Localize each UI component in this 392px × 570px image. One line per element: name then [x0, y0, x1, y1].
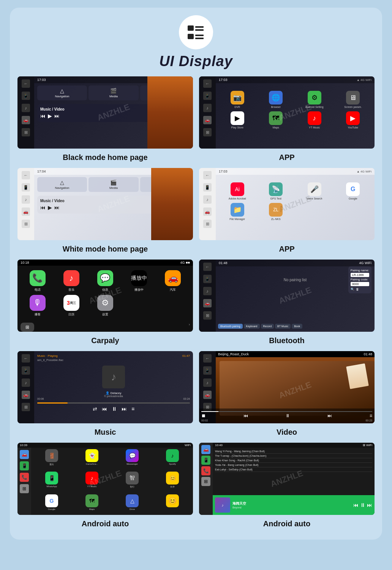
play-btn[interactable]: ▶: [48, 113, 52, 119]
track-item-1[interactable]: Wang Yi Feng - Wang Jiaming (Chan Bull): [215, 449, 372, 454]
app2-filemanager[interactable]: 📁 File Manager: [220, 203, 255, 220]
bt-tab-keyboard[interactable]: Keyboard: [244, 324, 260, 329]
vid-stop-icon[interactable]: ⏹: [201, 413, 206, 418]
wh-nav-navigation[interactable]: △ Navigation: [37, 177, 87, 192]
wh-next-btn[interactable]: ⏭: [54, 204, 60, 211]
prev-btn[interactable]: ⏮: [40, 113, 46, 119]
aa2-prev-btn[interactable]: ⏮: [353, 502, 359, 508]
cp-phone[interactable]: 📞 电话: [22, 270, 53, 292]
a2-back-icon[interactable]: ←: [203, 171, 212, 179]
aa1-app-fuxing[interactable]: 😊 伙伴: [153, 472, 191, 492]
vid-play-icon[interactable]: ⏸: [285, 413, 290, 418]
app-android-setting[interactable]: ⚙ Android Setting: [297, 91, 332, 108]
app-ytmusic[interactable]: ♪ YT Music: [297, 111, 332, 129]
aa2-side-icon1[interactable]: 🚗: [201, 445, 210, 454]
ms-shuffle-icon[interactable]: ⇄: [93, 406, 97, 412]
aa2-next-btn[interactable]: ⏭: [367, 502, 372, 508]
aa1-app-drive[interactable]: △ Drive: [113, 494, 151, 513]
nav-card-navigation[interactable]: △ Navigation: [37, 86, 87, 100]
app-maps[interactable]: 🗺 Maps: [258, 111, 294, 129]
ms-car-icon[interactable]: 🚗: [22, 391, 30, 399]
cp-car[interactable]: 🚗 汽车: [158, 270, 188, 292]
track-item-3[interactable]: Khao Khan Song - Rachit (Chan Bull): [215, 458, 372, 463]
app2-gpstest[interactable]: 📡 GPS Test: [258, 182, 294, 200]
music-icon[interactable]: ♪: [203, 104, 212, 112]
aa1-side-icon4[interactable]: ⊞: [20, 484, 29, 493]
app-screen-param[interactable]: 🖥 Screen param.: [335, 91, 371, 108]
a2-phone-icon[interactable]: 📱: [203, 183, 212, 192]
ms-next-icon[interactable]: ⏭: [122, 406, 127, 412]
cp-calendar[interactable]: 3 周三 日历: [56, 295, 87, 317]
aa2-side-icon4[interactable]: ⊞: [201, 477, 210, 486]
app-browser[interactable]: 🌐 Browser: [258, 91, 294, 108]
aa2-side-icon3[interactable]: 📞: [201, 466, 210, 475]
sidebar-apps-icon[interactable]: ⊞: [22, 128, 30, 136]
wb-back-icon[interactable]: ←: [22, 171, 30, 179]
wb-music-icon[interactable]: ♪: [22, 195, 30, 204]
aa1-app-gamesnap[interactable]: 👻 GameSna...: [73, 449, 111, 469]
wh-prev-btn[interactable]: ⏮: [40, 204, 46, 211]
wb-apps-icon[interactable]: ⊞: [22, 220, 30, 228]
app2-zlinks[interactable]: ZL ZL-NKS: [258, 203, 294, 220]
video-progress[interactable]: [201, 411, 372, 412]
bt-search-icon[interactable]: 🔍: [351, 288, 354, 291]
vid-prev-icon[interactable]: ⏮: [243, 413, 248, 418]
ms-back-icon[interactable]: ←: [22, 354, 30, 363]
app-playstore[interactable]: ▶ Play Store: [220, 111, 255, 129]
aa2-side-icon2[interactable]: 📱: [201, 456, 210, 465]
aa1-side-icon1[interactable]: 🚗: [20, 450, 29, 459]
cp-messages[interactable]: 💬 信息: [90, 270, 120, 292]
aa1-side-icon2[interactable]: 📱: [20, 461, 29, 470]
sidebar-car-icon[interactable]: 🚗: [22, 116, 30, 124]
next-btn[interactable]: ⏭: [54, 113, 60, 119]
vid-next-icon[interactable]: ⏭: [327, 413, 332, 418]
wh-play-btn[interactable]: ▶: [48, 204, 52, 211]
aa1-app-exit[interactable]: 🚪 退出: [33, 449, 71, 469]
app2-adobe[interactable]: Ai Adobe Acrobat: [220, 182, 255, 200]
app2-google[interactable]: G Google: [335, 182, 371, 200]
wb-phone-icon[interactable]: 📱: [22, 183, 30, 192]
bt-back-icon[interactable]: ←: [203, 263, 212, 271]
aa1-app-whatsapp[interactable]: 📱 WhatsApp: [33, 472, 71, 492]
a2-car-icon[interactable]: 🚗: [203, 207, 212, 216]
cp-grid-btn[interactable]: ⊞: [21, 323, 34, 332]
bt-tab-pairing[interactable]: Bluetooth pairing: [218, 324, 243, 329]
sidebar-phone-icon[interactable]: 📱: [22, 92, 30, 100]
vid-music-icon[interactable]: ♪: [203, 378, 212, 387]
aa1-app-ytmusic[interactable]: ♪ YT Music: [73, 472, 111, 492]
cp-podcast[interactable]: 🎙 播客: [22, 295, 53, 317]
aa1-app-zhid[interactable]: 智 智行: [113, 472, 151, 492]
phone-icon[interactable]: 📱: [203, 92, 212, 100]
ms-play-icon[interactable]: ⏸: [112, 406, 117, 412]
bt-music-icon[interactable]: ♪: [203, 287, 212, 295]
aa1-app-emoji[interactable]: 😊: [153, 494, 191, 513]
wh-media[interactable]: 🎬 Media: [89, 177, 138, 192]
aa1-app-maps[interactable]: 🗺 Maps: [73, 494, 111, 513]
vid-car-icon[interactable]: 🚗: [203, 391, 212, 399]
apps-icon[interactable]: ⊞: [203, 128, 212, 136]
vid-phone-icon[interactable]: 📱: [203, 366, 212, 375]
bt-phone-icon[interactable]: 📱: [203, 275, 212, 283]
bt-car-icon[interactable]: 🚗: [203, 299, 212, 307]
app-dvr[interactable]: 📷 DVR: [220, 91, 255, 108]
car-icon[interactable]: 🚗: [203, 116, 212, 124]
ms-apps-icon[interactable]: ⊞: [22, 403, 30, 411]
aa2-play-btn[interactable]: ⏸: [360, 502, 365, 508]
bt-apps-icon[interactable]: ⊞: [203, 311, 212, 320]
bt-tab-btmusic[interactable]: BT Music: [275, 324, 291, 329]
track-item-5[interactable]: Eat-Lahyi - Set5ahp (Chan Bull): [215, 467, 372, 472]
cp-settings[interactable]: ⚙ 设置: [90, 295, 120, 317]
back-icon[interactable]: ←: [203, 79, 212, 88]
track-item-2[interactable]: The T-serap - (Chacha-bom) (Chacha-bom): [215, 454, 372, 458]
ms-phone-icon[interactable]: 📱: [22, 366, 30, 375]
nav-card-media[interactable]: 🎬 Media: [89, 86, 138, 100]
app2-voicesearch[interactable]: 🎤 Voice Search: [297, 182, 332, 200]
ms-prev-icon[interactable]: ⏮: [102, 406, 107, 412]
ms-list-icon[interactable]: ≡: [131, 406, 134, 412]
sidebar-back-icon[interactable]: ←: [22, 79, 30, 88]
app-youtube[interactable]: ▶ YouTube: [335, 111, 371, 129]
bt-tab-record[interactable]: Record: [261, 324, 274, 329]
wb-car-icon[interactable]: 🚗: [22, 207, 30, 216]
cp-tiktok[interactable]: 播放中 播放中: [124, 270, 155, 292]
a2-apps-icon[interactable]: ⊞: [203, 220, 212, 228]
